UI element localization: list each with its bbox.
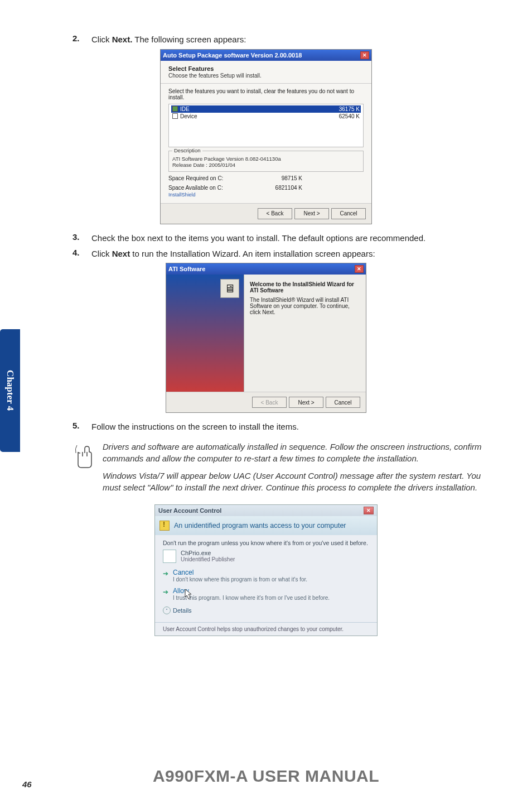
feature-name: Device — [180, 113, 197, 119]
step-number: 3. — [72, 232, 91, 244]
space-req-value: 98715 K — [282, 175, 364, 181]
feature-row-ide[interactable]: IDE 36175 K — [171, 105, 361, 113]
space-required-row: Space Required on C: 98715 K — [168, 175, 364, 181]
space-av-value: 6821104 K — [275, 185, 364, 191]
note-p2: Windows Vista/7 will appear below UAC (U… — [103, 470, 493, 493]
ati-software-dialog: ATI Software ✕ 🖥 Welcome to the InstallS… — [166, 263, 366, 413]
next-button[interactable]: Next > — [294, 208, 329, 219]
step-text: Click Next. The following screen appears… — [91, 33, 493, 46]
uac-allow-sub: I trust this program. I know where it's … — [173, 595, 330, 601]
checkbox-icon[interactable] — [172, 113, 178, 119]
cancel-button[interactable]: Cancel — [331, 208, 366, 219]
page-number: 46 — [22, 779, 32, 789]
wizard-welcome-title: Welcome to the InstallShield Wizard for … — [250, 281, 360, 293]
wizard-body-text: The InstallShield® Wizard will install A… — [250, 297, 360, 315]
uac-banner: An unidentified program wants access to … — [155, 516, 377, 535]
space-available-row: Space Available on C: 6821104 K — [168, 185, 364, 191]
note-text: Drivers and software are automatically i… — [103, 441, 493, 499]
uac-warning: Don't run the program unless you know wh… — [163, 540, 369, 546]
uac-cancel-label: Cancel — [173, 569, 307, 576]
dialog-title: ATI Software — [168, 266, 205, 272]
close-icon[interactable]: ✕ — [360, 51, 369, 59]
back-button[interactable]: < Back — [258, 208, 292, 219]
cancel-button[interactable]: Cancel — [326, 397, 360, 408]
step2-bold: Next. — [112, 35, 133, 44]
checkbox-icon[interactable] — [172, 106, 178, 112]
uac-dialog: User Account Control ✕ An unidentified p… — [154, 504, 378, 636]
dialog-titlebar: Auto Setup Package software Version 2.00… — [161, 50, 371, 61]
next-button[interactable]: Next > — [289, 397, 323, 408]
step-number: 5. — [72, 421, 91, 433]
feature-size: 36175 K — [339, 106, 360, 112]
uac-title-text: User Account Control — [158, 507, 221, 514]
dialog-title: Auto Setup Package software Version 2.00… — [163, 52, 302, 59]
uac-cancel-sub: I don't know where this program is from … — [173, 576, 307, 583]
program-name: ChPrio.exe — [181, 550, 235, 556]
close-icon[interactable]: ✕ — [364, 507, 374, 514]
manual-title: A990FXM-A USER MANUAL — [0, 767, 532, 786]
description-box: Description ATI Software Package Version… — [168, 151, 364, 172]
step-number: 2. — [72, 33, 91, 46]
desc-line2: Release Date : 2005/01/04 — [172, 162, 360, 168]
uac-program-row: ChPrio.exe Unidentified Publisher — [163, 550, 369, 563]
chapter-side-tab: Chapter 4 — [0, 329, 20, 452]
uac-option-cancel[interactable]: ➔ Cancel I don't know where this program… — [163, 569, 369, 583]
back-button: < Back — [252, 397, 287, 408]
step2-suffix: The following screen appears: — [132, 35, 246, 44]
page-footer: A990FXM-A USER MANUAL — [0, 767, 532, 786]
feature-size: 62540 K — [339, 113, 360, 119]
chevron-down-icon: ˅ — [163, 607, 171, 614]
shield-icon — [159, 521, 170, 531]
space-av-label: Space Available on C: — [168, 185, 223, 191]
uac-details-toggle[interactable]: ˅ Details — [163, 607, 369, 614]
uac-titlebar: User Account Control ✕ — [155, 505, 377, 516]
uac-option-allow[interactable]: ➔ Allow I trust this program. I know whe… — [163, 587, 369, 601]
step2-prefix: Click — [91, 35, 112, 44]
space-req-label: Space Required on C: — [168, 175, 223, 181]
program-icon — [163, 550, 176, 563]
wizard-side-graphic: 🖥 — [166, 275, 244, 392]
uac-details-label: Details — [173, 607, 192, 614]
desc-line1: ATI Software Package Version 8.082-04113… — [172, 156, 360, 162]
feature-list[interactable]: IDE 36175 K Device 62540 K — [168, 104, 364, 147]
computer-icon: 🖥 — [220, 279, 239, 298]
step-number: 4. — [72, 248, 91, 260]
step-text: Click Next to run the Installation Wizar… — [91, 248, 493, 260]
arrow-icon: ➔ — [163, 588, 168, 601]
step-text: Follow the instructions on the screen to… — [91, 421, 493, 433]
dialog-titlebar: ATI Software ✕ — [166, 263, 366, 275]
uac-footer: User Account Control helps stop unauthor… — [155, 622, 377, 636]
auto-setup-dialog: Auto Setup Package software Version 2.00… — [160, 49, 372, 224]
close-icon[interactable]: ✕ — [355, 265, 364, 273]
description-legend: Description — [172, 147, 202, 153]
feature-name: IDE — [180, 106, 190, 112]
step4-bold: Next — [112, 249, 130, 258]
uac-allow-label: Allow — [173, 587, 330, 595]
pointing-hand-icon — [72, 441, 95, 469]
step-text: Check the box next to the items you want… — [91, 232, 493, 244]
select-features-sub: Choose the features Setup will install. — [168, 73, 364, 79]
uac-banner-text: An unidentified program wants access to … — [174, 522, 346, 530]
step4-prefix: Click — [91, 249, 112, 258]
feature-row-device[interactable]: Device 62540 K — [171, 113, 361, 120]
feature-instruction: Select the features you want to install,… — [168, 88, 364, 100]
program-publisher: Unidentified Publisher — [181, 556, 235, 562]
step4-suffix: to run the Installation Wizard. An item … — [130, 249, 375, 258]
cursor-icon — [184, 588, 193, 599]
arrow-icon: ➔ — [163, 570, 168, 583]
select-features-heading: Select Features — [168, 65, 364, 72]
chapter-label: Chapter 4 — [4, 370, 16, 411]
note-p1: Drivers and software are automatically i… — [103, 441, 493, 464]
installshield-brand: InstallShield — [168, 192, 364, 198]
